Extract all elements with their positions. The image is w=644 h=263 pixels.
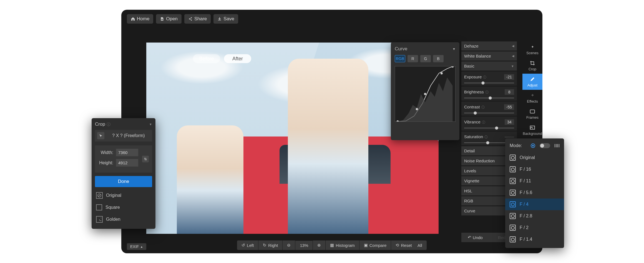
frame-icon	[530, 109, 535, 114]
tool-frames[interactable]: Frames	[522, 106, 542, 122]
tool-background[interactable]: Background	[522, 122, 542, 138]
chevron-down-icon[interactable]: ▼	[452, 47, 456, 51]
tool-scenes[interactable]: ✦Scenes	[522, 41, 542, 58]
aperture-icon	[510, 166, 516, 172]
right-toolbar: ✦Scenes Crop Adjust ✧Effects Frames Back…	[522, 41, 542, 154]
zoom-out-icon: ⊖	[287, 243, 291, 248]
aperture-option[interactable]: F / 1.4	[505, 234, 564, 245]
swap-dimensions-button[interactable]	[142, 156, 149, 162]
background-icon	[530, 125, 535, 130]
freeform-selector[interactable]: ? X ? (Freeform)	[95, 130, 152, 142]
reset-icon: ⟲	[396, 243, 399, 248]
vibrance-slider[interactable]	[464, 128, 514, 128]
exif-button[interactable]: EXIF▲	[127, 243, 146, 250]
svg-point-3	[397, 120, 399, 121]
download-icon	[217, 17, 222, 21]
section-basic[interactable]: Basic▼	[461, 61, 517, 71]
after-button[interactable]: After	[224, 54, 251, 63]
exposure-slider[interactable]	[464, 83, 514, 83]
aperture-icon	[510, 201, 516, 207]
aperture-option[interactable]: F / 16	[505, 163, 564, 175]
pen-icon	[530, 76, 535, 82]
square-icon	[96, 204, 102, 210]
crop-icon	[530, 60, 535, 66]
tool-crop[interactable]: Crop	[522, 58, 542, 74]
bottom-toolbar: ↺Left ↻Right ⊖ 13% ⊕ ▦Histogram ▣Compare…	[121, 240, 542, 250]
aperture-option[interactable]: F / 4	[505, 199, 564, 210]
channel-g[interactable]: G	[420, 55, 431, 62]
zoom-in-icon: ⊕	[317, 243, 321, 248]
curve-panel: Curve▼ RGB R G B	[391, 42, 459, 140]
preset-square[interactable]: Square	[95, 202, 152, 213]
aperture-option[interactable]: F / 2	[505, 222, 564, 234]
aperture-option[interactable]: Original	[505, 152, 564, 163]
share-button[interactable]: Share	[184, 14, 211, 24]
section-white-balance[interactable]: White Balance◀	[461, 51, 517, 61]
curve-graph[interactable]	[395, 66, 456, 122]
width-input[interactable]	[116, 149, 138, 156]
svg-point-4	[416, 108, 418, 110]
zoom-in-button[interactable]: ⊕	[313, 240, 326, 250]
saturation-value[interactable]	[505, 137, 514, 138]
tool-effects[interactable]: ✧Effects	[522, 90, 542, 106]
aperture-icon	[510, 225, 516, 231]
brightness-slider[interactable]	[464, 98, 514, 98]
undo-icon: ↶	[468, 235, 471, 240]
aperture-icon	[510, 236, 516, 242]
wand-icon: ✧	[530, 93, 535, 98]
chevron-down-icon[interactable]: ▼	[149, 123, 152, 126]
save-button[interactable]: Save	[213, 14, 238, 24]
rotate-left-button[interactable]: ↺Left	[237, 240, 258, 250]
channel-rgb[interactable]: RGB	[395, 55, 405, 62]
rotate-right-button[interactable]: ↻Right	[258, 240, 283, 250]
tool-adjust[interactable]: Adjust	[522, 74, 542, 90]
zoom-out-button[interactable]: ⊖	[283, 240, 295, 250]
mode-toggle[interactable]	[540, 143, 550, 148]
chevron-up-icon: ▲	[140, 245, 143, 248]
section-dehaze[interactable]: Dehaze◀	[461, 41, 517, 51]
reset-button[interactable]: ⟲Reset All	[391, 240, 426, 250]
sparkle-icon: ✦	[530, 44, 535, 50]
aperture-panel: Mode: OriginalF / 16F / 11F / 5.6F / 4F …	[505, 138, 564, 248]
preset-original[interactable]: Original	[95, 189, 152, 202]
height-input[interactable]	[116, 159, 138, 167]
svg-point-7	[452, 66, 454, 68]
channel-b[interactable]: B	[433, 55, 444, 62]
exposure-value[interactable]: -21	[504, 74, 514, 80]
compare-button[interactable]: ▣Compare	[359, 240, 391, 250]
histogram-button[interactable]: ▦Histogram	[326, 240, 359, 250]
home-button[interactable]: Home	[127, 14, 153, 24]
zoom-level[interactable]: 13%	[295, 241, 313, 250]
rotate-left-icon: ↺	[242, 243, 245, 248]
brightness-value[interactable]: 8	[505, 89, 514, 95]
before-button[interactable]: Before	[193, 54, 220, 63]
pointer-icon	[97, 132, 104, 139]
aperture-icon	[510, 178, 516, 184]
done-button[interactable]: Done	[95, 176, 152, 187]
aperture-option[interactable]: F / 11	[505, 175, 564, 187]
info-icon[interactable]: ⓘ	[107, 122, 110, 126]
contrast-value[interactable]: -55	[504, 104, 514, 110]
contrast-slider[interactable]	[464, 113, 514, 113]
svg-point-6	[441, 72, 443, 75]
slash-circle-icon	[96, 192, 103, 199]
rotate-right-icon: ↻	[263, 243, 266, 248]
aperture-icon	[510, 155, 516, 161]
app-window: Home Open Share Save Before After Curve▼…	[121, 10, 542, 253]
curve-title: Curve	[395, 46, 407, 52]
open-button[interactable]: Open	[156, 14, 182, 24]
channel-r[interactable]: R	[407, 55, 418, 62]
file-plus-icon	[160, 17, 164, 21]
preset-golden[interactable]: Golden	[95, 213, 152, 225]
svg-rect-8	[530, 110, 535, 113]
aperture-option[interactable]: F / 5.6	[505, 187, 564, 199]
svg-point-16	[532, 145, 534, 146]
aperture-option[interactable]: F / 2.8	[505, 210, 564, 222]
svg-point-5	[424, 93, 426, 95]
aperture-icon	[510, 213, 516, 219]
vibrance-value[interactable]: 34	[505, 119, 514, 125]
linear-mode-icon[interactable]	[554, 143, 560, 148]
radial-mode-icon[interactable]	[530, 143, 536, 148]
histogram-icon: ▦	[330, 243, 334, 248]
spiral-icon	[96, 216, 103, 223]
